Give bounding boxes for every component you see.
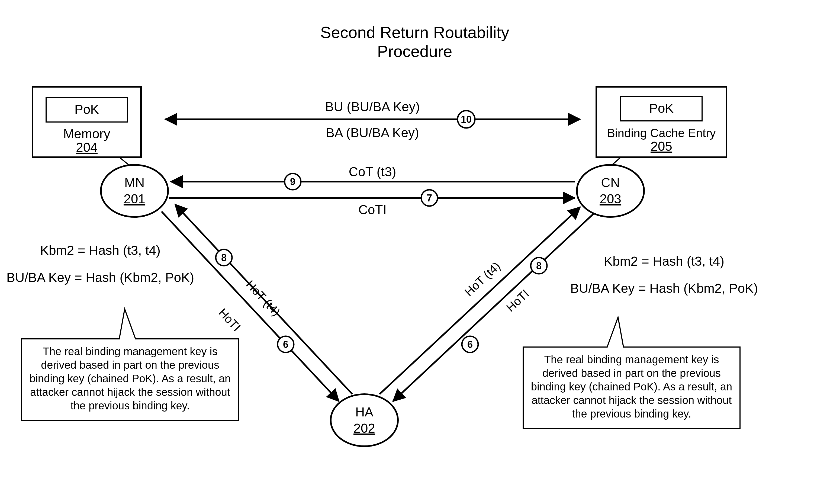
formula-right-1: Kbm2 = Hash (t3, t4) [604, 254, 724, 269]
ha-cn-hoti-label: HoTI [504, 287, 532, 314]
svg-point-11 [577, 165, 644, 217]
memory-box: PoK Memory 204 [33, 87, 141, 168]
memory-pok-label: PoK [74, 102, 99, 117]
step-7: 7 [421, 190, 438, 206]
memory-label: Memory [63, 127, 110, 141]
diagram-canvas: Second Return Routability Procedure PoK … [0, 0, 830, 504]
ha-mn-hot-label: HoT (t4) [244, 278, 283, 319]
cn-ha-hot-label: HoT (t4) [462, 259, 503, 298]
svg-text:The real binding management ke: The real binding management key is [544, 353, 719, 366]
title-line2: Procedure [377, 42, 452, 60]
svg-text:attacker cannot hijack the ses: attacker cannot hijack the session witho… [30, 386, 230, 398]
svg-text:6: 6 [467, 339, 473, 350]
callout-left: The real binding management key is deriv… [22, 309, 238, 420]
formula-right-2: BU/BA Key = Hash (Kbm2, PoK) [570, 281, 758, 295]
step-8-left: 8 [216, 249, 232, 266]
cn-node: CN 203 [577, 165, 644, 217]
formula-left-2: BU/BA Key = Hash (Kbm2, PoK) [6, 270, 194, 285]
svg-text:derived based in part on the p: derived based in part on the previous [41, 359, 219, 371]
memory-id: 204 [76, 140, 98, 155]
svg-text:The real binding management ke: The real binding management key is [43, 345, 218, 357]
cache-pok-label: PoK [649, 101, 674, 116]
step-6-right: 6 [462, 336, 478, 352]
svg-point-8 [101, 165, 168, 217]
cache-box: PoK Binding Cache Entry 205 [596, 87, 727, 169]
svg-text:the previous binding key.: the previous binding key. [572, 408, 691, 420]
svg-text:MN: MN [124, 176, 145, 190]
cache-id: 205 [650, 139, 672, 153]
formula-left-1: Kbm2 = Hash (t3, t4) [40, 243, 160, 257]
svg-text:HA: HA [355, 405, 374, 419]
svg-text:10: 10 [461, 114, 472, 125]
svg-text:the previous binding key.: the previous binding key. [70, 400, 190, 412]
svg-text:CN: CN [601, 176, 620, 190]
mn-ha-hoti-label: HoTI [216, 306, 244, 334]
ba-label: BA (BU/BA Key) [326, 126, 419, 140]
svg-text:attacker cannot hijack the ses: attacker cannot hijack the session witho… [532, 394, 732, 406]
step-8-right: 8 [531, 257, 547, 274]
svg-text:binding key (chained PoK). As : binding key (chained PoK). As a result, … [30, 373, 231, 384]
svg-text:9: 9 [290, 176, 295, 187]
svg-text:binding key (chained PoK). As : binding key (chained PoK). As a result, … [531, 381, 732, 392]
step-6-left: 6 [278, 336, 294, 352]
svg-text:202: 202 [353, 421, 375, 435]
svg-point-14 [331, 394, 398, 446]
step-9: 9 [285, 174, 301, 190]
svg-text:7: 7 [427, 192, 432, 203]
svg-text:8: 8 [221, 252, 227, 263]
svg-text:201: 201 [124, 192, 145, 206]
svg-text:derived based in part on the p: derived based in part on the previous [542, 367, 721, 379]
svg-text:203: 203 [600, 192, 621, 206]
coti-label: CoTI [358, 202, 387, 217]
cot-label: CoT (t3) [349, 164, 396, 179]
callout-right: The real binding management key is deriv… [523, 317, 740, 428]
mn-node: MN 201 [101, 165, 168, 217]
step-10: 10 [457, 111, 475, 128]
svg-text:6: 6 [283, 339, 288, 350]
cache-label: Binding Cache Entry [607, 126, 715, 139]
ha-node: HA 202 [331, 394, 398, 446]
title-line1: Second Return Routability [320, 23, 509, 41]
svg-text:8: 8 [536, 260, 542, 272]
bu-label: BU (BU/BA Key) [325, 99, 420, 114]
